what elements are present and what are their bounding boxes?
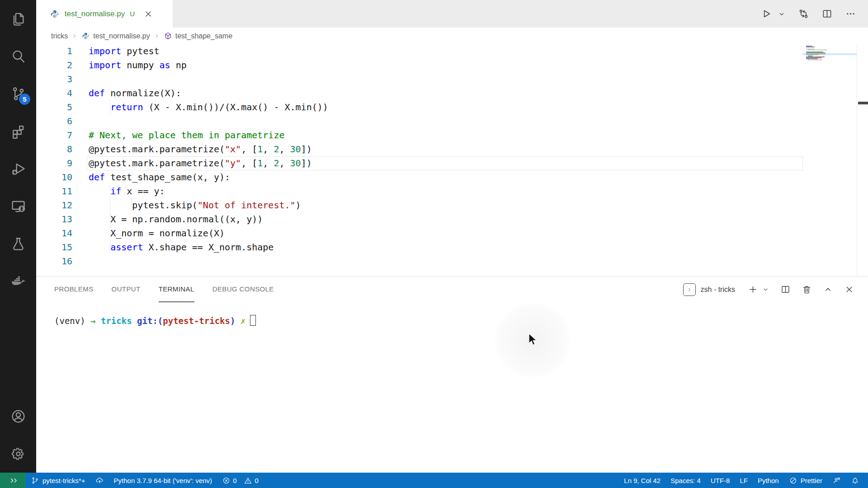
- activity-item-settings[interactable]: [0, 435, 36, 473]
- code-text: def test_shape_same(x, y):: [89, 170, 230, 184]
- indent-guide: [110, 198, 110, 212]
- status-label: UTF-8: [711, 477, 730, 484]
- terminal-output[interactable]: (venv) → tricks git:(pytest-tricks) ✗: [36, 302, 868, 327]
- activity-item-testing[interactable]: [0, 225, 36, 263]
- code-line-1[interactable]: 1import pytest: [36, 44, 868, 58]
- status-notifications[interactable]: [846, 473, 864, 488]
- status-python-interpreter[interactable]: Python 3.7.9 64-bit ('venv': venv): [109, 473, 217, 488]
- code-line-10[interactable]: 10def test_shape_same(x, y):: [36, 170, 868, 184]
- editor-tab-bar: test_normalise.py U: [36, 0, 868, 28]
- files-icon: [10, 10, 27, 27]
- code-line-13[interactable]: 13 X = np.random.normal((x, y)): [36, 212, 868, 226]
- panel-tab-problems[interactable]: PROBLEMS: [54, 277, 94, 302]
- breadcrumb-item-test_shape_same[interactable]: test_shape_same: [164, 32, 232, 40]
- split-terminal-button[interactable]: [780, 284, 791, 295]
- code-line-16[interactable]: 16: [36, 254, 868, 268]
- kill-terminal-button[interactable]: [802, 284, 812, 295]
- status-label: LF: [740, 477, 748, 484]
- terminal-cursor: [250, 315, 256, 326]
- remote-indicator[interactable]: [0, 473, 26, 488]
- maximize-panel-button[interactable]: [823, 284, 833, 295]
- activity-item-docker[interactable]: [0, 263, 36, 300]
- code-editor[interactable]: 1import pytest2import numpy as np34def n…: [36, 44, 868, 276]
- status-indentation[interactable]: Spaces: 4: [665, 473, 706, 488]
- terminal-instance-selector[interactable]: zsh - tricks: [683, 283, 735, 296]
- tab-test-normalise[interactable]: test_normalise.py U: [36, 0, 173, 28]
- feedback-icon: [832, 476, 841, 485]
- indent-guide: [110, 100, 110, 114]
- status-problems[interactable]: 00: [217, 473, 268, 488]
- python-icon: [81, 32, 90, 40]
- code-line-14[interactable]: 14 X_norm = normalize(X): [36, 226, 868, 240]
- status-encoding[interactable]: UTF-8: [706, 473, 735, 488]
- close-panel-button[interactable]: [844, 284, 854, 295]
- line-number: 9: [36, 156, 72, 170]
- remote-explorer-icon: [10, 198, 27, 215]
- code-text: import numpy as np: [89, 58, 187, 72]
- activity-bar: 5: [0, 0, 36, 473]
- activity-item-search[interactable]: [0, 38, 36, 75]
- code-text: pytest.skip("Not of interest."): [89, 198, 301, 212]
- code-line-11[interactable]: 11 if x == y:: [36, 184, 868, 198]
- activity-item-accounts[interactable]: [0, 398, 36, 435]
- minimap[interactable]: [806, 46, 836, 61]
- new-terminal-button[interactable]: [748, 284, 758, 295]
- indent-guide: [110, 184, 110, 198]
- breadcrumb-item-tricks[interactable]: tricks: [51, 32, 68, 40]
- run-dropdown-button[interactable]: [778, 10, 786, 18]
- activity-item-extensions[interactable]: [0, 113, 36, 150]
- code-line-2[interactable]: 2import numpy as np: [36, 58, 868, 72]
- close-icon[interactable]: [143, 9, 153, 19]
- activity-bar-bottom-group: [0, 398, 36, 473]
- status-cursor-position[interactable]: Ln 9, Col 42: [619, 473, 665, 488]
- gear-icon: [10, 446, 27, 462]
- code-line-4[interactable]: 4def normalize(X):: [36, 86, 868, 100]
- status-end-of-line[interactable]: LF: [735, 473, 753, 488]
- overview-ruler-cursor-mark: [858, 102, 868, 104]
- panel-tab-terminal[interactable]: TERMINAL: [159, 277, 194, 302]
- status-segment: 0: [222, 476, 236, 485]
- activity-item-run-debug[interactable]: [0, 150, 36, 188]
- minimap-border: [857, 44, 857, 276]
- status-label: Prettier: [801, 477, 822, 484]
- code-line-12[interactable]: 12 pytest.skip("Not of interest."): [36, 198, 868, 212]
- line-number: 16: [36, 254, 72, 268]
- status-git-branch[interactable]: pytest-tricks*+: [26, 473, 90, 488]
- status-formatter[interactable]: Prettier: [784, 473, 827, 488]
- code-line-3[interactable]: 3: [36, 72, 868, 86]
- status-feedback[interactable]: [827, 473, 846, 488]
- workbench-main: test_normalise.py U trickstest_normalise…: [36, 0, 868, 473]
- status-publish-changes[interactable]: [90, 473, 109, 488]
- terminal-dropdown-button[interactable]: [762, 286, 769, 293]
- cloud-upload-icon: [95, 476, 104, 485]
- code-line-5[interactable]: 5 return (X - X.min())/(X.max() - X.min(…: [36, 100, 868, 114]
- activity-item-remote-explorer[interactable]: [0, 188, 36, 225]
- bell-icon: [851, 476, 859, 485]
- code-text: return (X - X.min())/(X.max() - X.min()): [89, 100, 328, 114]
- indent-guide: [110, 240, 110, 254]
- code-line-8[interactable]: 8@pytest.mark.parametrize("x", [1, 2, 30…: [36, 142, 868, 156]
- status-label: Python: [758, 477, 779, 484]
- code-text: import pytest: [89, 44, 160, 58]
- code-text: @pytest.mark.parametrize("y", [1, 2, 30]…: [89, 156, 312, 170]
- status-language-mode[interactable]: Python: [753, 473, 784, 488]
- split-editor-button[interactable]: [821, 8, 833, 19]
- status-segment: 0: [244, 476, 258, 485]
- code-text: assert X.shape == X_norm.shape: [89, 240, 274, 254]
- status-bar-left: pytest-tricks*+Python 3.7.9 64-bit ('ven…: [26, 473, 268, 488]
- breadcrumb-item-test_normalise.py[interactable]: test_normalise.py: [81, 32, 150, 40]
- code-line-6[interactable]: 6: [36, 114, 868, 128]
- more-actions-button[interactable]: [845, 8, 856, 19]
- docker-whale-icon: [10, 273, 27, 290]
- code-line-9[interactable]: 9@pytest.mark.parametrize("y", [1, 2, 30…: [36, 156, 868, 170]
- panel-tab-debug-console[interactable]: DEBUG CONSOLE: [212, 277, 274, 302]
- run-file-button[interactable]: [760, 8, 772, 19]
- code-line-7[interactable]: 7# Next, we place them in parametrize: [36, 128, 868, 142]
- open-changes-button[interactable]: [798, 8, 809, 19]
- remote-icon: [8, 476, 18, 485]
- activity-item-explorer[interactable]: [0, 0, 36, 38]
- code-lines: 1import pytest2import numpy as np34def n…: [36, 44, 868, 268]
- activity-item-source-control[interactable]: 5: [0, 75, 36, 113]
- panel-tab-output[interactable]: OUTPUT: [112, 277, 141, 302]
- code-line-15[interactable]: 15 assert X.shape == X_norm.shape: [36, 240, 868, 254]
